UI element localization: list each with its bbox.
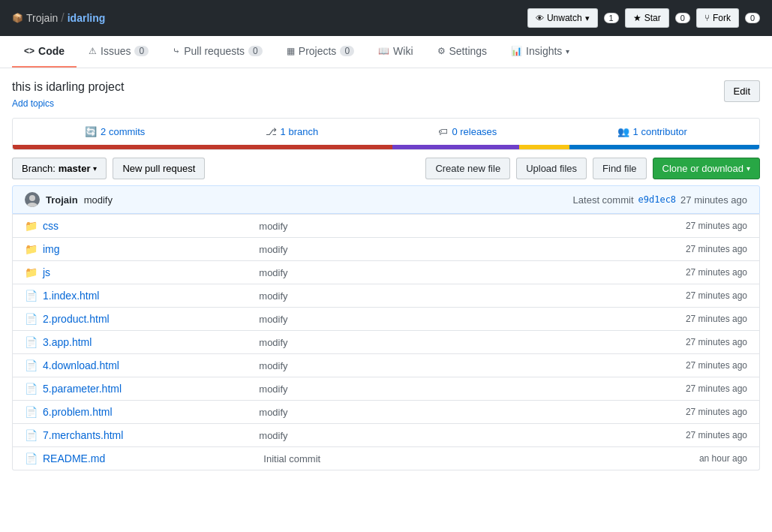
file-time: 27 minutes ago xyxy=(686,314,747,324)
commit-sha[interactable]: e9d1ec8 xyxy=(638,194,677,205)
file-message: modify xyxy=(259,221,680,232)
file-row: 📄 7.merchants.html modify 27 minutes ago xyxy=(13,423,759,446)
file-link-3app[interactable]: 3.app.html xyxy=(43,336,253,348)
repo-description: this is idarling project xyxy=(12,80,124,94)
file-link-4download[interactable]: 4.download.html xyxy=(43,359,253,371)
commits-icon: 🔄 xyxy=(85,126,97,137)
issues-icon: ⚠ xyxy=(89,46,97,56)
file-message: modify xyxy=(259,314,680,325)
releases-link[interactable]: 0 releases xyxy=(452,126,497,137)
file-link-7merchants[interactable]: 7.merchants.html xyxy=(43,429,253,441)
tab-wiki[interactable]: 📖 Wiki xyxy=(366,36,425,68)
file-link-2product[interactable]: 2.product.html xyxy=(43,313,253,325)
commit-time: 27 minutes ago xyxy=(680,194,747,206)
svg-point-0 xyxy=(29,195,35,201)
pr-icon: ⤷ xyxy=(173,46,180,56)
file-time: 27 minutes ago xyxy=(686,337,747,347)
file-icon: 📄 xyxy=(25,452,37,464)
branch-selector[interactable]: Branch: master ▾ xyxy=(12,158,107,179)
projects-icon: ▦ xyxy=(287,46,295,56)
file-table: 📁 css modify 27 minutes ago 📁 img modify… xyxy=(12,214,760,470)
unwatch-button[interactable]: 👁 Unwatch ▾ xyxy=(527,8,598,28)
file-message: modify xyxy=(259,360,680,371)
file-message: modify xyxy=(259,383,680,395)
dropdown-icon: ▾ xyxy=(93,164,97,173)
file-row: 📄 4.download.html modify 27 minutes ago xyxy=(13,353,759,377)
file-icon: 📄 xyxy=(25,383,37,395)
tab-projects[interactable]: ▦ Projects 0 xyxy=(275,36,366,68)
file-time: 27 minutes ago xyxy=(686,407,747,417)
language-bar xyxy=(13,145,759,149)
repo-breadcrumb: 📦 Trojain / idarling xyxy=(12,11,105,25)
clone-button[interactable]: Clone or download ▾ xyxy=(653,158,760,179)
branch-label: Branch: xyxy=(22,163,56,174)
file-message: modify xyxy=(259,407,680,418)
fork-button[interactable]: ⑂ Fork xyxy=(696,8,739,28)
fork-icon: ⑂ xyxy=(704,13,710,23)
file-link-img[interactable]: img xyxy=(43,243,253,255)
edit-button[interactable]: Edit xyxy=(724,80,760,102)
repo-link[interactable]: idarling xyxy=(68,12,106,24)
nav-tabs: <> Code ⚠ Issues 0 ⤷ Pull requests 0 ▦ P… xyxy=(0,36,772,68)
branch-link[interactable]: 1 branch xyxy=(281,126,319,137)
file-link-js[interactable]: js xyxy=(43,266,253,278)
file-row: 📁 css modify 27 minutes ago xyxy=(13,214,759,237)
tab-code[interactable]: <> Code xyxy=(12,36,77,68)
file-time: 27 minutes ago xyxy=(686,360,747,371)
file-row: 📄 3.app.html modify 27 minutes ago xyxy=(13,330,759,353)
commit-message: modify xyxy=(84,194,113,206)
file-time: 27 minutes ago xyxy=(686,430,747,440)
file-row: 📁 img modify 27 minutes ago xyxy=(13,237,759,260)
commits-link[interactable]: 2 commits xyxy=(101,126,145,137)
avatar xyxy=(25,192,40,207)
eye-icon: 👁 xyxy=(536,14,544,23)
file-icon: 📄 xyxy=(25,336,37,348)
find-file-button[interactable]: Find file xyxy=(593,158,647,179)
create-file-button[interactable]: Create new file xyxy=(425,158,510,179)
file-icon: 📄 xyxy=(25,290,37,302)
wiki-icon: 📖 xyxy=(378,46,389,56)
file-link-5parameter[interactable]: 5.parameter.html xyxy=(43,383,253,395)
file-link-6problem[interactable]: 6.problem.html xyxy=(43,406,253,418)
file-row: 📄 README.md Initial commit an hour ago xyxy=(13,446,759,470)
star-count: 0 xyxy=(675,13,690,23)
add-topics-link[interactable]: Add topics xyxy=(12,98,54,109)
file-message: modify xyxy=(259,430,680,441)
main-content: this is idarling project Add topics Edit… xyxy=(0,68,772,470)
file-link-css[interactable]: css xyxy=(43,220,253,232)
tab-issues[interactable]: ⚠ Issues 0 xyxy=(77,36,161,68)
file-message: modify xyxy=(259,244,680,255)
folder-icon: 📁 xyxy=(25,220,37,232)
file-time: 27 minutes ago xyxy=(686,267,747,278)
contributors-link[interactable]: 1 contributor xyxy=(633,126,687,137)
star-button[interactable]: ★ Star xyxy=(625,8,669,28)
file-message: Initial commit xyxy=(263,453,693,464)
commit-author[interactable]: Trojain xyxy=(46,194,78,206)
star-icon: ★ xyxy=(633,13,641,23)
folder-icon: 📁 xyxy=(25,243,37,255)
tab-pull-requests[interactable]: ⤷ Pull requests 0 xyxy=(161,36,275,68)
file-link-readme[interactable]: README.md xyxy=(43,452,257,464)
header-actions: 👁 Unwatch ▾ 1 ★ Star 0 ⑂ Fork 0 xyxy=(527,8,760,28)
org-link[interactable]: Trojain xyxy=(26,12,58,24)
new-pr-button[interactable]: New pull request xyxy=(113,158,205,179)
tab-insights[interactable]: 📊 Insights ▾ xyxy=(499,36,581,68)
upload-files-button[interactable]: Upload files xyxy=(516,158,587,179)
file-time: 27 minutes ago xyxy=(686,383,747,394)
file-row: 📁 js modify 27 minutes ago xyxy=(13,260,759,284)
stats-bar: 🔄 2 commits ⎇ 1 branch 🏷 0 releases 👥 1 … xyxy=(12,118,760,150)
insights-icon: 📊 xyxy=(511,46,522,56)
file-icon: 📄 xyxy=(25,359,37,371)
contributors-icon: 👥 xyxy=(617,126,629,137)
issues-count-badge: 0 xyxy=(134,46,149,56)
releases-icon: 🏷 xyxy=(438,126,448,137)
file-row: 📄 6.problem.html modify 27 minutes ago xyxy=(13,400,759,423)
branch-name: master xyxy=(59,163,91,174)
clone-dropdown-icon: ▾ xyxy=(746,164,750,173)
branch-icon: ⎇ xyxy=(266,126,277,137)
projects-count-badge: 0 xyxy=(340,46,354,56)
file-time: 27 minutes ago xyxy=(686,290,747,301)
settings-icon: ⚙ xyxy=(437,46,446,56)
file-link-1index[interactable]: 1.index.html xyxy=(43,290,253,302)
tab-settings[interactable]: ⚙ Settings xyxy=(425,36,500,68)
